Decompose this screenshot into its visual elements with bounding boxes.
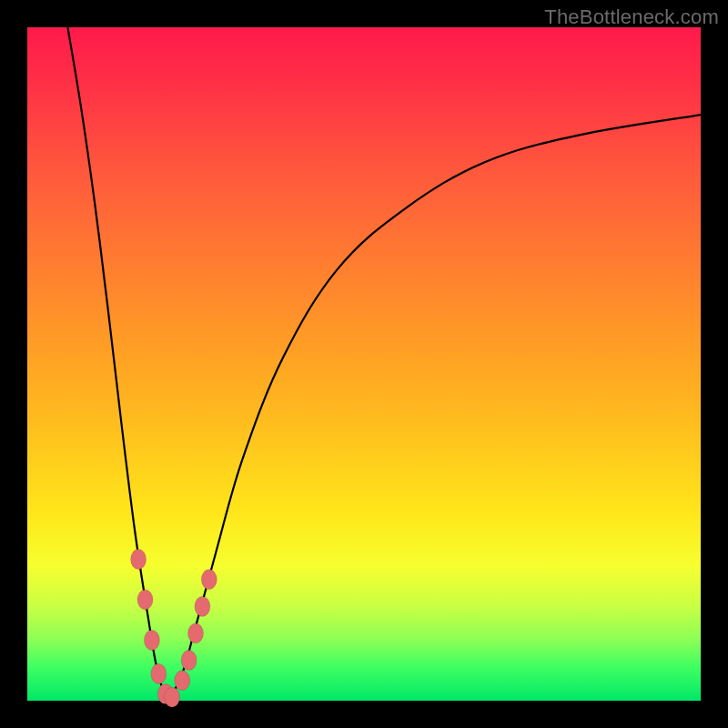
marker-group bbox=[131, 550, 217, 708]
watermark-text: TheBottleneck.com bbox=[544, 5, 719, 29]
outer-frame: TheBottleneck.com bbox=[0, 0, 728, 728]
data-marker bbox=[165, 687, 180, 707]
curve-right-branch bbox=[168, 115, 701, 701]
data-marker bbox=[201, 570, 217, 590]
data-marker bbox=[195, 596, 210, 616]
data-marker bbox=[175, 671, 190, 691]
data-marker bbox=[137, 590, 153, 610]
data-marker bbox=[131, 550, 147, 570]
data-marker bbox=[181, 651, 197, 671]
data-marker bbox=[151, 663, 167, 683]
data-marker bbox=[188, 623, 204, 643]
curve-left-branch bbox=[67, 27, 168, 701]
chart-svg bbox=[27, 27, 701, 701]
data-marker bbox=[144, 630, 159, 650]
plot-area bbox=[27, 27, 701, 701]
